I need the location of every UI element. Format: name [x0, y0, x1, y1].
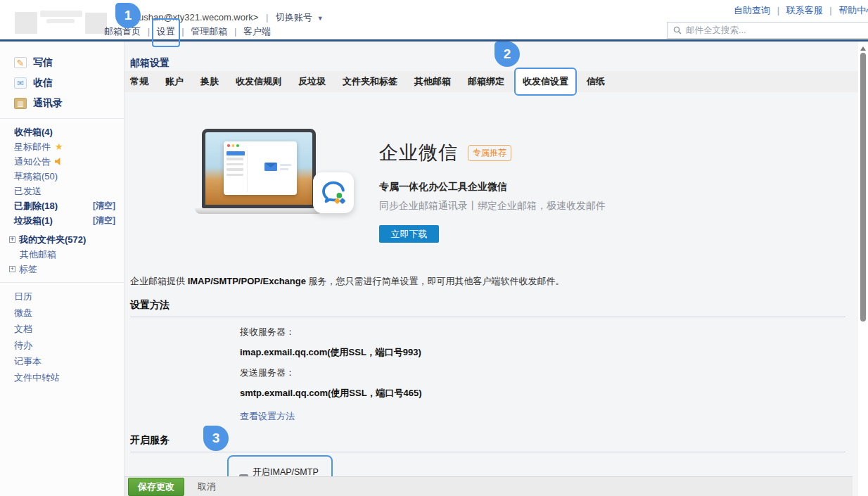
separator: |	[181, 26, 184, 37]
wecom-logo	[313, 172, 354, 213]
sidebar-app-file-transfer[interactable]: 文件中转站	[0, 369, 124, 386]
account-email: ushan@xty321.wecom.work>	[139, 12, 258, 23]
sidebar: ✎ 写信 ✉ 收信 ▥ 通讯录 收件箱(4) 星标邮件 ★ 通知公告 草稿箱(5…	[0, 42, 125, 496]
nav-mail-home[interactable]: 邮箱首页	[104, 26, 141, 37]
sidebar-app-docs[interactable]: 文档	[0, 321, 124, 337]
receive-server-label: 接收服务器：	[240, 326, 858, 338]
service-intro: 企业邮箱提供 IMAP/SMTP/POP/Exchange 服务，您只需进行简单…	[130, 275, 858, 288]
save-button[interactable]: 保存更改	[128, 478, 184, 496]
folder-drafts[interactable]: 草稿箱(50)	[0, 169, 124, 184]
sidebar-app-drive[interactable]: 微盘	[0, 305, 124, 321]
separator: |	[777, 5, 779, 15]
folder-spam[interactable]: 垃圾箱(1) [清空]	[0, 213, 124, 228]
sidebar-app-todo[interactable]: 待办	[0, 337, 124, 353]
tab-antispam[interactable]: 反垃圾	[298, 75, 326, 88]
receive-server-value: imap.exmail.qq.com(使用SSL，端口号993)	[240, 346, 858, 359]
switch-account-link[interactable]: 切换账号	[276, 12, 312, 23]
sidebar-compose[interactable]: ✎ 写信	[0, 53, 124, 72]
promo-subtitle: 专属一体化办公工具企业微信	[379, 181, 606, 193]
promo-description: 同步企业邮箱通讯录丨绑定企业邮箱，极速收发邮件	[379, 200, 606, 212]
wecom-promo: 企业微信 专属推荐 专属一体化办公工具企业微信 同步企业邮箱通讯录丨绑定企业邮箱…	[195, 129, 858, 243]
tab-account[interactable]: 账户	[165, 75, 184, 88]
sidebar-divider	[0, 118, 124, 119]
tab-mailbox-binding[interactable]: 邮箱绑定	[468, 75, 504, 88]
tab-stationery[interactable]: 信纸	[587, 75, 605, 88]
expand-icon[interactable]: +	[9, 266, 15, 272]
tab-skin[interactable]: 换肤	[200, 75, 219, 88]
separator: |	[234, 26, 236, 37]
link-contact-support[interactable]: 联系客服	[786, 5, 823, 15]
tree-my-folders[interactable]: + 我的文件夹(572)	[0, 232, 124, 247]
logo-placeholder	[15, 12, 37, 34]
annotation-step-3: 3	[203, 426, 229, 451]
link-help-center[interactable]: 帮助中心	[838, 5, 868, 15]
promo-title: 企业微信	[379, 140, 458, 165]
folder-announcements[interactable]: 通知公告	[0, 154, 124, 169]
star-icon: ★	[55, 141, 63, 152]
cancel-button[interactable]: 取消	[198, 481, 216, 493]
annotation-step-1: 1	[115, 3, 141, 28]
separator: |	[148, 26, 150, 37]
send-server-label: 发送服务器：	[240, 367, 858, 379]
view-setup-link[interactable]: 查看设置方法	[240, 410, 295, 423]
tree-tags[interactable]: + 标签	[0, 262, 124, 276]
sidebar-app-notes[interactable]: 记事本	[0, 353, 124, 369]
link-self-service[interactable]: 自助查询	[734, 5, 770, 15]
blurred-text	[40, 11, 82, 17]
envelope-icon	[264, 163, 277, 171]
page-title: 邮箱设置	[125, 42, 858, 68]
sidebar-receive-mail[interactable]: ✉ 收信	[0, 74, 124, 92]
sidebar-contacts[interactable]: ▥ 通讯录	[0, 94, 124, 113]
compose-icon: ✎	[14, 57, 27, 68]
scrollbar-thumb[interactable]	[860, 53, 866, 322]
speaker-icon	[55, 158, 63, 165]
tab-general[interactable]: 常规	[130, 75, 148, 88]
main-panel: 邮箱设置 常规 账户 换肤 收发信规则 反垃圾 文件夹和标签 其他邮箱 邮箱绑定…	[125, 42, 858, 496]
folder-starred[interactable]: 星标邮件 ★	[0, 139, 124, 154]
header-links: 自助查询 | 联系客服 | 帮助中心 | 退出	[734, 4, 868, 17]
sidebar-divider	[0, 282, 124, 283]
tab-send-receive-settings[interactable]: 收发信设置 2	[514, 68, 577, 96]
mail-icon: ✉	[14, 77, 27, 89]
search-input[interactable]	[686, 25, 868, 35]
expand-icon[interactable]: +	[9, 236, 15, 243]
laptop-screen	[202, 129, 316, 208]
chevron-down-icon: ▼	[317, 15, 324, 22]
section-enable-services: 开启服务	[130, 434, 858, 447]
settings-tabbar: 常规 账户 换肤 收发信规则 反垃圾 文件夹和标签 其他邮箱 邮箱绑定 收发信设…	[125, 71, 858, 92]
nav-manage-mailbox[interactable]: 管理邮箱	[191, 26, 227, 37]
scrollbar	[858, 42, 868, 496]
account-line: ushan@xty321.wecom.work> | 切换账号 ▼	[139, 11, 324, 24]
folder-deleted[interactable]: 已删除(18) [清空]	[0, 198, 124, 213]
laptop-base	[195, 208, 323, 214]
annotation-step-2: 2	[494, 42, 520, 67]
section-setup-method: 设置方法	[130, 299, 858, 312]
section-divider	[130, 317, 845, 317]
empty-spam-link[interactable]: [清空]	[93, 215, 115, 226]
contacts-icon: ▥	[14, 98, 27, 109]
tree-other-mailboxes[interactable]: 其他邮箱	[0, 247, 124, 262]
separator: |	[829, 5, 831, 15]
sidebar-app-calendar[interactable]: 日历	[0, 288, 124, 305]
nav-client[interactable]: 客户端	[243, 26, 271, 37]
send-server-value: smtp.exmail.qq.com(使用SSL，端口号465)	[240, 387, 858, 400]
recommended-badge: 专属推荐	[468, 145, 511, 161]
folder-inbox[interactable]: 收件箱(4)	[0, 125, 124, 139]
blurred-text	[46, 19, 75, 23]
separator: |	[266, 12, 268, 23]
tab-mail-rules[interactable]: 收发信规则	[236, 75, 281, 88]
scroll-up-icon[interactable]	[860, 46, 866, 51]
section-divider	[130, 452, 845, 452]
footer-bar: 保存更改 取消	[125, 476, 853, 496]
empty-deleted-link[interactable]: [清空]	[93, 201, 115, 211]
promo-text: 企业微信 专属推荐 专属一体化办公工具企业微信 同步企业邮箱通讯录丨绑定企业邮箱…	[379, 129, 606, 243]
server-settings: 接收服务器： imap.exmail.qq.com(使用SSL，端口号993) …	[240, 326, 858, 423]
download-button[interactable]: 立即下载	[379, 225, 439, 243]
tab-other-mailboxes[interactable]: 其他邮箱	[414, 75, 451, 88]
nav-settings[interactable]: 设置	[157, 25, 175, 38]
mail-search	[667, 22, 868, 39]
laptop-illustration	[195, 129, 323, 215]
search-icon	[673, 26, 682, 34]
tab-folders-tags[interactable]: 文件夹和标签	[343, 75, 397, 88]
folder-sent[interactable]: 已发送	[0, 184, 124, 198]
